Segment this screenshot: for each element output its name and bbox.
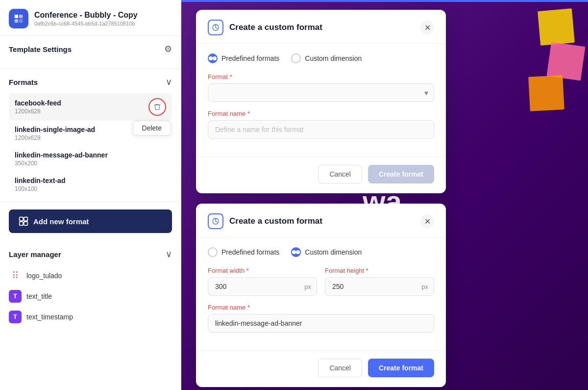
- radio-row-1: Predefined formats Custom dimension: [208, 53, 434, 63]
- sticky-yellow: [538, 8, 575, 46]
- template-settings-title: Template Settings: [9, 45, 72, 53]
- layer-chevron[interactable]: ∨: [166, 249, 172, 260]
- gear-icon[interactable]: ⚙: [164, 44, 172, 54]
- modal-1-close-button[interactable]: ✕: [420, 21, 434, 34]
- custom-label: Custom dimension: [305, 54, 362, 62]
- app-title-block: Conference - Bubbly - Copy 0afb2c6b-cc68…: [34, 11, 138, 26]
- modal-2-header: Create a custom format ✕: [196, 204, 446, 237]
- modal-1-header: Create a custom format ✕: [196, 10, 446, 44]
- modal-1-create-button[interactable]: Create format: [368, 165, 434, 183]
- modal-1-cancel-button[interactable]: Cancel: [318, 165, 362, 183]
- modal-2-icon: [208, 213, 223, 229]
- predefined-label-2: Predefined formats: [221, 248, 279, 256]
- sticky-notes-decoration: [500, 0, 588, 147]
- layer-item-title[interactable]: T text_title: [9, 286, 172, 307]
- format-item-name: linkedin-message-ad-banner: [15, 151, 108, 159]
- format-select[interactable]: [208, 83, 434, 102]
- text-icon-purple: T: [9, 290, 22, 303]
- layer-manager-title: Layer manager: [9, 250, 61, 259]
- delete-tooltip: Delete: [133, 121, 171, 135]
- px-unit-height: px: [421, 283, 428, 290]
- format-name-field-2: Format name *: [208, 304, 434, 333]
- format-item-facebook-feed[interactable]: facebook-feed 1200x628 Delete: [9, 93, 172, 121]
- radio-row-2: Predefined formats Custom dimension: [208, 247, 434, 257]
- dots-icon: ⠿: [9, 269, 22, 282]
- predefined-radio-circle: [208, 53, 218, 63]
- left-panel: Conference - Bubbly - Copy 0afb2c6b-cc68…: [0, 0, 181, 390]
- layer-item-logo[interactable]: ⠿ logo_tulado: [9, 265, 172, 286]
- modal-predefined: Create a custom format ✕ Predefined form…: [196, 10, 446, 193]
- format-height-label: Format height *: [325, 267, 434, 274]
- modal-2-create-button[interactable]: Create format: [368, 359, 434, 377]
- format-item-name: facebook-feed: [15, 99, 61, 107]
- custom-radio[interactable]: Custom dimension: [291, 53, 362, 63]
- formats-title: Formats: [9, 78, 38, 86]
- format-item-name: linkedin-single-image-ad: [15, 126, 95, 133]
- modal-2-footer: Cancel Create format: [196, 350, 446, 387]
- format-width-field: Format width * px: [208, 267, 317, 296]
- custom-label-2: Custom dimension: [305, 248, 362, 256]
- format-item-size: 1200x628: [15, 134, 95, 141]
- svg-rect-0: [15, 15, 18, 18]
- sticky-orange: [528, 75, 564, 111]
- svg-rect-6: [20, 222, 24, 226]
- format-name-label: Format name *: [208, 110, 434, 117]
- format-name-input[interactable]: [208, 120, 434, 139]
- format-item-linkedin-text[interactable]: linkedin-text-ad 100x100: [9, 172, 172, 197]
- format-name-input-2[interactable]: [208, 314, 434, 333]
- custom-radio-circle-2: [291, 247, 301, 257]
- right-area: ⊞ Tu Trawawit ual Event: [181, 0, 588, 390]
- modal-custom: Create a custom format ✕ Predefined form…: [196, 204, 446, 387]
- formats-section: Formats ∨ facebook-feed 1200x628 Delete …: [0, 69, 181, 202]
- delete-format-button[interactable]: [148, 98, 166, 116]
- format-height-input[interactable]: [325, 277, 434, 296]
- modal-2-body: Predefined formats Custom dimension Form…: [196, 237, 446, 350]
- template-settings-section: Template Settings ⚙: [0, 36, 181, 69]
- format-item-linkedin-message[interactable]: linkedin-message-ad-banner 350x200: [9, 146, 172, 172]
- modal-1-title: Create a custom format: [229, 23, 322, 32]
- svg-rect-1: [19, 15, 23, 18]
- modal-2-cancel-button[interactable]: Cancel: [318, 359, 362, 377]
- modal-1-body: Predefined formats Custom dimension Form…: [196, 44, 446, 156]
- modal-2-title: Create a custom format: [229, 216, 322, 226]
- custom-radio-2[interactable]: Custom dimension: [291, 247, 362, 257]
- layer-item-timestamp[interactable]: T text_timestamp: [9, 307, 172, 327]
- app-header: Conference - Bubbly - Copy 0afb2c6b-cc68…: [0, 0, 181, 36]
- predefined-radio-circle-2: [208, 247, 218, 257]
- svg-rect-4: [20, 217, 24, 221]
- app-subtitle: 0afb2c6b-cc68-4545-bb5d-1a278510810b: [34, 21, 138, 26]
- add-format-label: Add new format: [33, 217, 89, 226]
- format-width-label: Format width *: [208, 267, 317, 274]
- svg-rect-7: [24, 222, 28, 226]
- modal-2-close-button[interactable]: ✕: [420, 214, 434, 228]
- formats-header: Formats ∨: [9, 77, 172, 87]
- layer-name: text_timestamp: [26, 313, 73, 321]
- predefined-radio[interactable]: Predefined formats: [208, 53, 279, 63]
- modal-1-footer: Cancel Create format: [196, 156, 446, 193]
- svg-rect-2: [15, 19, 18, 23]
- layer-manager-header: Layer manager ∨: [9, 249, 172, 260]
- format-name-field: Format name *: [208, 110, 434, 139]
- text-icon-purple: T: [9, 311, 22, 323]
- formats-chevron[interactable]: ∨: [166, 77, 172, 87]
- modal-icon: [208, 20, 223, 35]
- layer-manager-section: Layer manager ∨ ⠿ logo_tulado T text_tit…: [0, 241, 181, 335]
- format-item-size: 100x100: [15, 185, 65, 192]
- format-width-input[interactable]: [208, 277, 317, 296]
- layer-name: logo_tulado: [26, 272, 62, 280]
- layer-name: text_title: [26, 292, 52, 300]
- app-title: Conference - Bubbly - Copy: [34, 11, 138, 20]
- sticky-pink: [546, 42, 585, 80]
- add-format-button[interactable]: Add new format: [9, 209, 172, 233]
- blue-border: [181, 0, 588, 2]
- predefined-radio-2[interactable]: Predefined formats: [208, 247, 279, 257]
- format-height-wrapper: px: [325, 277, 434, 296]
- px-unit-width: px: [304, 283, 311, 290]
- custom-radio-circle: [291, 53, 301, 63]
- svg-rect-3: [19, 19, 23, 23]
- app-logo: [9, 9, 28, 28]
- format-select-wrapper: [208, 83, 434, 102]
- predefined-label: Predefined formats: [221, 54, 279, 62]
- format-width-wrapper: px: [208, 277, 317, 296]
- format-field: Format *: [208, 73, 434, 102]
